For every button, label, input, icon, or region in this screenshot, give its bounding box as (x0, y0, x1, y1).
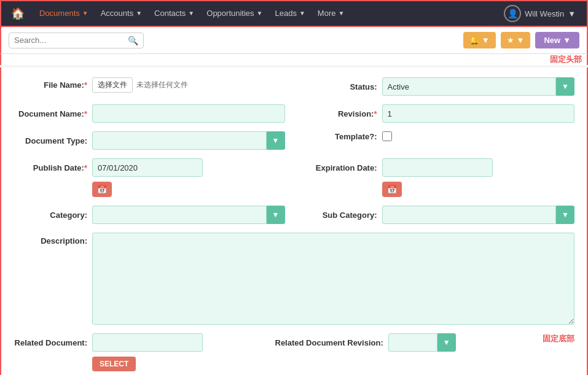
document-type-select-wrap: ▼ (92, 131, 285, 150)
main-content: File Name:* 选择文件 未选择任何文件 Status: Active … (0, 68, 588, 375)
form-row-docname-revision: Document Name:* Revision:* (14, 104, 574, 123)
document-type-label: Document Type: (14, 136, 87, 145)
form-group-document-type: Document Type: ▼ (14, 131, 285, 150)
description-label: Description: (14, 233, 87, 245)
search-input[interactable] (14, 36, 128, 45)
search-box[interactable]: 🔍 (9, 33, 144, 48)
search-icon: 🔍 (128, 36, 138, 45)
star-icon: ★ (507, 36, 514, 45)
related-doc-revision-select-wrap: ▼ (388, 333, 456, 352)
form-group-related-document: Related Document: SELECT (14, 333, 257, 371)
expiration-date-label: Expiration Date: (304, 163, 377, 172)
expiration-date-input[interactable] (382, 158, 493, 177)
nav-item-contacts[interactable]: Contacts ▼ (148, 0, 200, 27)
nav-item-accounts[interactable]: Accounts ▼ (95, 0, 148, 27)
navbar: 🏠 Documents ▼ Accounts ▼ Contacts ▼ Oppo… (0, 0, 588, 27)
related-doc-revision-label: Related Document Revision: (275, 338, 383, 347)
form-row-category: Category: ▼ Sub Category: ▼ (14, 206, 574, 224)
form-group-expiration-date: Expiration Date: 📅 (304, 158, 575, 197)
document-type-dropdown-button[interactable]: ▼ (267, 131, 285, 150)
form-group-sub-category: Sub Category: ▼ (304, 206, 575, 224)
form-row-dates: Publish Date:* 📅 Expiration Date: 📅 (14, 158, 574, 197)
category-select-wrap: ▼ (92, 206, 285, 224)
user-avatar: 👤 (504, 5, 521, 22)
notifications-button[interactable]: 🔔 ▼ (463, 32, 496, 48)
related-document-label: Related Document: (14, 338, 87, 347)
description-textarea[interactable] (92, 233, 574, 325)
document-type-select[interactable] (92, 131, 267, 150)
more-dropdown-icon: ▼ (338, 0, 344, 27)
nav-label-opportunities: Opportunities (206, 0, 254, 27)
form-row-doctype-template: Document Type: ▼ Template?: (14, 131, 574, 150)
document-name-label: Document Name:* (14, 109, 87, 118)
nav-label-documents: Documents (39, 0, 80, 27)
category-dropdown-button[interactable]: ▼ (267, 206, 285, 224)
document-name-input[interactable] (92, 104, 285, 123)
nav-item-leads[interactable]: Leads ▼ (269, 0, 312, 27)
user-dropdown-icon: ▼ (568, 9, 576, 18)
form-group-related-doc-revision: Related Document Revision: ▼ (275, 333, 519, 352)
new-dropdown-arrow: ▼ (563, 36, 571, 45)
revision-input[interactable] (382, 104, 575, 123)
form-row-description: Description: (14, 233, 574, 325)
new-label: New (544, 36, 560, 45)
leads-dropdown-icon: ▼ (299, 0, 305, 27)
toolbar: 🔍 🔔 ▼ ★ ▼ New ▼ (0, 27, 588, 54)
user-name: Will Westin (525, 9, 564, 18)
form-row-filename-status: File Name:* 选择文件 未选择任何文件 Status: Active … (14, 77, 574, 96)
template-label: Template?: (304, 132, 377, 141)
sub-category-select-wrap: ▼ (382, 206, 575, 224)
publish-date-label: Publish Date:* (14, 163, 87, 172)
fixed-footer-annotation: 固定底部 (543, 333, 574, 344)
form-group-publish-date: Publish Date:* 📅 (14, 158, 285, 197)
home-icon[interactable]: 🏠 (7, 7, 28, 20)
new-button[interactable]: New ▼ (535, 32, 579, 48)
status-label: Status: (304, 82, 377, 91)
category-label: Category: (14, 211, 87, 220)
status-dropdown-button[interactable]: ▼ (556, 77, 574, 96)
nav-label-more: More (318, 0, 336, 27)
form-group-revision: Revision:* (304, 104, 575, 123)
nav-label-contacts: Contacts (154, 0, 186, 27)
related-doc-revision-input[interactable] (388, 333, 437, 352)
form-group-status: Status: Active Inactive ▼ (304, 77, 575, 96)
nav-item-documents[interactable]: Documents ▼ (33, 0, 95, 27)
accounts-dropdown-icon: ▼ (136, 0, 142, 27)
form-group-template: Template?: (304, 131, 575, 141)
nav-item-more[interactable]: More ▼ (312, 0, 351, 27)
file-choose-button[interactable]: 选择文件 (92, 77, 133, 93)
favorites-dropdown-arrow: ▼ (517, 36, 525, 45)
status-select-wrap: Active Inactive ▼ (382, 77, 575, 96)
file-input-row: 选择文件 未选择任何文件 (92, 77, 188, 93)
publish-date-input[interactable] (92, 158, 203, 177)
form-group-filename: File Name:* 选择文件 未选择任何文件 (14, 77, 285, 93)
fixed-header-annotation: 固定头部 (550, 54, 582, 65)
status-select[interactable]: Active Inactive (382, 77, 557, 96)
file-name-label: File Name:* (14, 80, 87, 90)
form-row-related-document: Related Document: SELECT Related Documen… (14, 333, 574, 371)
documents-dropdown-icon: ▼ (82, 0, 88, 27)
sub-category-select[interactable] (382, 206, 557, 224)
form-group-document-name: Document Name:* (14, 104, 285, 123)
nav-label-leads: Leads (275, 0, 297, 27)
related-doc-revision-dropdown-button[interactable]: ▼ (437, 333, 456, 352)
contacts-dropdown-icon: ▼ (188, 0, 194, 27)
publish-date-calendar-button[interactable]: 📅 (92, 182, 112, 197)
opportunities-dropdown-icon: ▼ (257, 0, 263, 27)
revision-label: Revision:* (304, 109, 377, 118)
expiration-date-calendar-button[interactable]: 📅 (382, 182, 402, 197)
sub-category-dropdown-button[interactable]: ▼ (556, 206, 574, 224)
form-group-category: Category: ▼ (14, 206, 285, 224)
template-checkbox[interactable] (382, 131, 392, 141)
nav-label-accounts: Accounts (101, 0, 133, 27)
select-related-document-button[interactable]: SELECT (92, 357, 136, 371)
sub-category-label: Sub Category: (304, 211, 377, 220)
nav-item-opportunities[interactable]: Opportunities ▼ (200, 0, 269, 27)
user-menu[interactable]: 👤 Will Westin ▼ (499, 5, 581, 22)
notify-dropdown-arrow: ▼ (482, 36, 490, 45)
category-select[interactable] (92, 206, 267, 224)
file-no-selection-text: 未选择任何文件 (136, 80, 188, 90)
related-document-input[interactable] (92, 333, 203, 352)
favorites-button[interactable]: ★ ▼ (501, 32, 531, 48)
bell-icon: 🔔 (469, 36, 479, 45)
